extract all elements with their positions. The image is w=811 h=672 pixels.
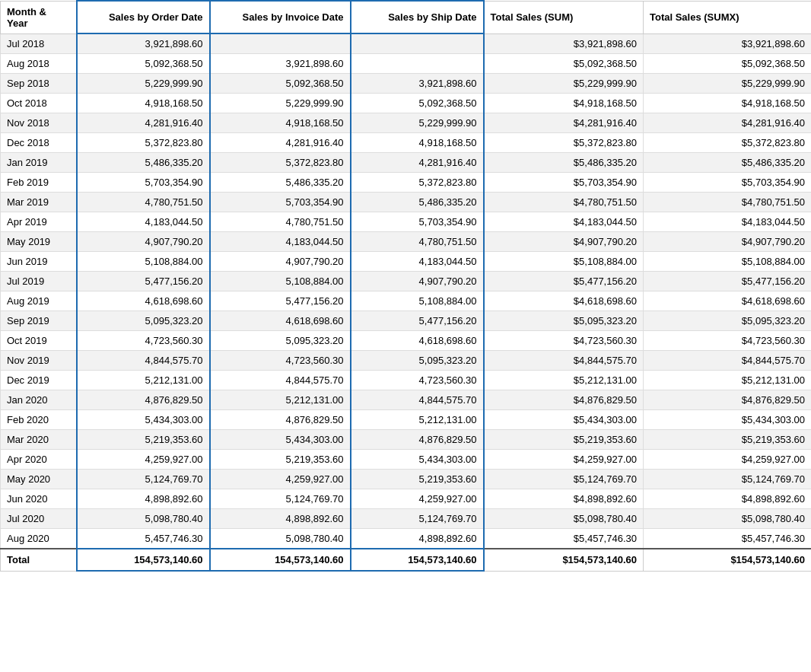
cell-r6-c4: $5,486,335.20 (484, 153, 644, 173)
cell-r10-c2: 4,183,044.50 (210, 232, 351, 252)
cell-r7-c3: 5,372,823.80 (351, 173, 484, 193)
cell-r17-c2: 4,844,575.70 (210, 371, 351, 390)
cell-r20-c5: $5,219,353.60 (644, 430, 812, 450)
cell-r17-c5: $5,212,131.00 (644, 371, 812, 390)
table-row: Jan 20195,486,335.205,372,823.804,281,91… (1, 153, 812, 173)
col-header-2: Sales by Invoice Date (210, 1, 351, 33)
cell-r8-c2: 5,703,354.90 (210, 193, 351, 212)
cell-r18-c3: 4,844,575.70 (351, 390, 484, 410)
cell-r9-c0: Apr 2019 (1, 212, 77, 232)
cell-r21-c5: $4,259,927.00 (644, 450, 812, 470)
cell-r5-c5: $5,372,823.80 (644, 133, 812, 153)
cell-r10-c5: $4,907,790.20 (644, 232, 812, 252)
cell-r19-c2: 4,876,829.50 (210, 410, 351, 430)
cell-r11-c1: 5,108,884.00 (77, 252, 210, 272)
cell-r24-c2: 4,898,892.60 (210, 509, 351, 529)
cell-r25-c1: 5,457,746.30 (77, 529, 210, 549)
cell-r12-c5: $5,477,156.20 (644, 272, 812, 291)
table-row: Oct 20184,918,168.505,229,999.905,092,36… (1, 94, 812, 113)
cell-r11-c5: $5,108,884.00 (644, 252, 812, 272)
cell-r5-c3: 4,918,168.50 (351, 133, 484, 153)
cell-r10-c3: 4,780,751.50 (351, 232, 484, 252)
cell-r3-c5: $4,918,168.50 (644, 94, 812, 113)
cell-r6-c3: 4,281,916.40 (351, 153, 484, 173)
cell-r0-c2 (210, 33, 351, 54)
table-row: May 20205,124,769.704,259,927.005,219,35… (1, 470, 812, 489)
cell-r22-c3: 5,219,353.60 (351, 470, 484, 489)
col-header-5: Total Sales (SUMX) (644, 1, 812, 33)
cell-r8-c0: Mar 2019 (1, 193, 77, 212)
table-row: Jul 20183,921,898.60$3,921,898.60$3,921,… (1, 33, 812, 54)
cell-r14-c2: 4,618,698.60 (210, 311, 351, 331)
cell-r2-c3: 3,921,898.60 (351, 74, 484, 94)
table-row: Apr 20204,259,927.005,219,353.605,434,30… (1, 450, 812, 470)
cell-r12-c2: 5,108,884.00 (210, 272, 351, 291)
cell-r15-c2: 5,095,323.20 (210, 331, 351, 351)
cell-r9-c2: 4,780,751.50 (210, 212, 351, 232)
cell-r7-c5: $5,703,354.90 (644, 173, 812, 193)
total-value-2: 154,573,140.60 (351, 549, 484, 571)
table-row: Mar 20194,780,751.505,703,354.905,486,33… (1, 193, 812, 212)
cell-r4-c0: Nov 2018 (1, 113, 77, 133)
table-row: Feb 20195,703,354.905,486,335.205,372,82… (1, 173, 812, 193)
cell-r13-c1: 4,618,698.60 (77, 291, 210, 311)
cell-r15-c4: $4,723,560.30 (484, 331, 644, 351)
cell-r23-c3: 4,259,927.00 (351, 489, 484, 509)
table-row: Mar 20205,219,353.605,434,303.004,876,82… (1, 430, 812, 450)
cell-r6-c0: Jan 2019 (1, 153, 77, 173)
table-row: Jun 20204,898,892.605,124,769.704,259,92… (1, 489, 812, 509)
table-row: Dec 20185,372,823.804,281,916.404,918,16… (1, 133, 812, 153)
table-row: Sep 20195,095,323.204,618,698.605,477,15… (1, 311, 812, 331)
total-value-1: 154,573,140.60 (210, 549, 351, 571)
cell-r0-c5: $3,921,898.60 (644, 33, 812, 54)
cell-r9-c1: 4,183,044.50 (77, 212, 210, 232)
cell-r16-c1: 4,844,575.70 (77, 351, 210, 371)
cell-r25-c3: 4,898,892.60 (351, 529, 484, 549)
table-row: Jan 20204,876,829.505,212,131.004,844,57… (1, 390, 812, 410)
cell-r22-c5: $5,124,769.70 (644, 470, 812, 489)
cell-r5-c0: Dec 2018 (1, 133, 77, 153)
table-row: May 20194,907,790.204,183,044.504,780,75… (1, 232, 812, 252)
cell-r25-c0: Aug 2020 (1, 529, 77, 549)
cell-r2-c0: Sep 2018 (1, 74, 77, 94)
cell-r3-c4: $4,918,168.50 (484, 94, 644, 113)
table-row: Nov 20194,844,575.704,723,560.305,095,32… (1, 351, 812, 371)
col-header-1: Sales by Order Date (77, 1, 210, 33)
cell-r2-c2: 5,092,368.50 (210, 74, 351, 94)
cell-r14-c0: Sep 2019 (1, 311, 77, 331)
cell-r20-c0: Mar 2020 (1, 430, 77, 450)
table-row: Apr 20194,183,044.504,780,751.505,703,35… (1, 212, 812, 232)
cell-r15-c3: 4,618,698.60 (351, 331, 484, 351)
total-value-0: 154,573,140.60 (77, 549, 210, 571)
cell-r7-c0: Feb 2019 (1, 173, 77, 193)
cell-r18-c1: 4,876,829.50 (77, 390, 210, 410)
cell-r17-c4: $5,212,131.00 (484, 371, 644, 390)
cell-r14-c1: 5,095,323.20 (77, 311, 210, 331)
table-row: Dec 20195,212,131.004,844,575.704,723,56… (1, 371, 812, 390)
cell-r16-c4: $4,844,575.70 (484, 351, 644, 371)
cell-r1-c4: $5,092,368.50 (484, 54, 644, 74)
cell-r25-c2: 5,098,780.40 (210, 529, 351, 549)
cell-r7-c2: 5,486,335.20 (210, 173, 351, 193)
cell-r12-c1: 5,477,156.20 (77, 272, 210, 291)
cell-r6-c2: 5,372,823.80 (210, 153, 351, 173)
cell-r10-c1: 4,907,790.20 (77, 232, 210, 252)
table-row: Sep 20185,229,999.905,092,368.503,921,89… (1, 74, 812, 94)
cell-r13-c0: Aug 2019 (1, 291, 77, 311)
cell-r1-c5: $5,092,368.50 (644, 54, 812, 74)
cell-r8-c4: $4,780,751.50 (484, 193, 644, 212)
cell-r21-c4: $4,259,927.00 (484, 450, 644, 470)
cell-r11-c3: 4,183,044.50 (351, 252, 484, 272)
cell-r23-c5: $4,898,892.60 (644, 489, 812, 509)
cell-r24-c4: $5,098,780.40 (484, 509, 644, 529)
cell-r9-c3: 5,703,354.90 (351, 212, 484, 232)
cell-r25-c5: $5,457,746.30 (644, 529, 812, 549)
cell-r5-c4: $5,372,823.80 (484, 133, 644, 153)
cell-r13-c2: 5,477,156.20 (210, 291, 351, 311)
cell-r23-c0: Jun 2020 (1, 489, 77, 509)
cell-r1-c3 (351, 54, 484, 74)
table-row: Jul 20205,098,780.404,898,892.605,124,76… (1, 509, 812, 529)
cell-r0-c4: $3,921,898.60 (484, 33, 644, 54)
cell-r4-c5: $4,281,916.40 (644, 113, 812, 133)
cell-r24-c3: 5,124,769.70 (351, 509, 484, 529)
